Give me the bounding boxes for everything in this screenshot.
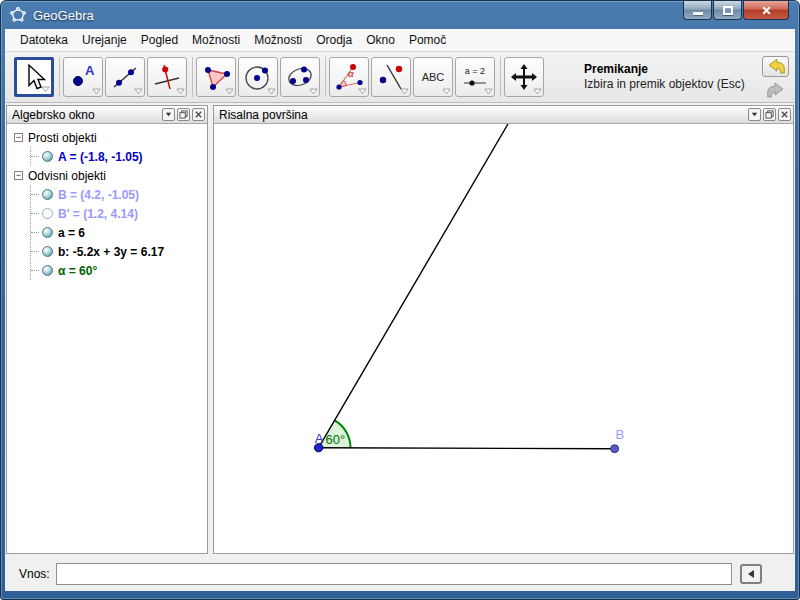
tool-dropdown-icon[interactable] xyxy=(267,88,276,95)
algebra-item[interactable]: A = (-1.8, -1.05) xyxy=(31,147,207,166)
close-icon xyxy=(194,110,203,119)
point-b-label: B xyxy=(616,427,625,442)
algebra-item-text: α = 60° xyxy=(58,264,97,278)
undo-button[interactable] xyxy=(762,56,789,77)
menu-item-orodja[interactable]: Orodja xyxy=(309,31,359,49)
algebra-panel: Algebrsko okno −Prosti o xyxy=(6,105,208,554)
tree-group-row[interactable]: −Odvisni objekti xyxy=(10,166,207,185)
toolbar-separator xyxy=(59,57,60,97)
tool-dropdown-icon[interactable] xyxy=(442,88,451,95)
graphics-panel-title: Risalna površina xyxy=(219,108,746,122)
point-b[interactable] xyxy=(611,445,619,453)
input-help-toggle-button[interactable] xyxy=(740,564,762,584)
algebra-panel-menu-button[interactable] xyxy=(162,108,175,121)
tool-dropdown-icon[interactable] xyxy=(41,86,50,93)
algebra-item-text: B = (4.2, -1.05) xyxy=(58,188,139,202)
maximize-button[interactable] xyxy=(713,1,742,20)
object-visible-marble-icon[interactable] xyxy=(42,151,53,162)
algebra-panel-header[interactable]: Algebrsko okno xyxy=(7,106,207,124)
tool-dropdown-icon[interactable] xyxy=(134,88,143,95)
tool-dropdown-icon[interactable] xyxy=(176,88,185,95)
object-visible-marble-icon[interactable] xyxy=(42,265,53,276)
graphics-panel-menu-button[interactable] xyxy=(748,108,761,121)
collapse-minus-icon[interactable]: − xyxy=(14,171,23,180)
tree-connector xyxy=(31,251,39,252)
menu-item-monosti[interactable]: Možnosti xyxy=(185,31,247,49)
title-bar[interactable]: GeoGebra xyxy=(1,1,799,29)
tool-button-slider[interactable]: a = 2 xyxy=(455,57,495,97)
algebra-item[interactable]: b: -5.2x + 3y = 6.17 xyxy=(31,242,207,261)
active-tool-name: Premikanje xyxy=(584,62,745,77)
tool-button-angle[interactable]: α xyxy=(329,57,369,97)
tool-button-reflect-object[interactable] xyxy=(371,57,411,97)
menu-item-pomo[interactable]: Pomoč xyxy=(402,31,453,49)
algebra-item[interactable]: B = (4.2, -1.05) xyxy=(31,185,207,204)
algebra-panel-detach-button[interactable] xyxy=(177,108,190,121)
tool-dropdown-icon[interactable] xyxy=(400,88,409,95)
algebra-tree: −Prosti objektiA = (-1.8, -1.05)−Odvisni… xyxy=(7,124,207,280)
tool-button-line-through-two-points[interactable] xyxy=(105,57,145,97)
tool-bar: AαABCa = 2 Premikanje Izbira in premik o… xyxy=(5,52,795,103)
algebra-item[interactable]: B' = (1.2, 4.14) xyxy=(31,204,207,223)
tool-button-move-graphics-view[interactable] xyxy=(504,57,544,97)
tool-dropdown-icon[interactable] xyxy=(358,88,367,95)
geogebra-window: GeoGebra DatotekaUrejanjePogledMožnostiM… xyxy=(0,0,800,600)
object-visible-marble-icon[interactable] xyxy=(42,246,53,257)
tool-dropdown-icon[interactable] xyxy=(92,88,101,95)
close-icon xyxy=(761,5,772,16)
restore-window-icon xyxy=(179,110,188,119)
tree-group-row[interactable]: −Prosti objekti xyxy=(10,128,207,147)
object-visible-marble-icon[interactable] xyxy=(42,227,53,238)
menu-item-pogled[interactable]: Pogled xyxy=(134,31,185,49)
tree-connector xyxy=(31,270,39,271)
input-bar: Vnos: xyxy=(5,556,795,591)
menu-bar: DatotekaUrejanjePogledMožnostiMožnostiOr… xyxy=(5,29,795,52)
redo-icon xyxy=(765,82,787,99)
tool-dropdown-icon[interactable] xyxy=(225,88,234,95)
algebra-item[interactable]: a = 6 xyxy=(31,223,207,242)
menu-item-monosti[interactable]: Možnosti xyxy=(247,31,309,49)
svg-text:A: A xyxy=(85,63,95,78)
algebra-item-text: B' = (1.2, 4.14) xyxy=(58,207,138,221)
algebra-item[interactable]: α = 60° xyxy=(31,261,207,280)
tool-dropdown-icon[interactable] xyxy=(309,88,318,95)
tool-button-new-point[interactable]: A xyxy=(63,57,103,97)
window-title: GeoGebra xyxy=(33,8,94,23)
ray-b[interactable] xyxy=(319,124,508,448)
tree-connector xyxy=(31,213,39,214)
tool-button-move-cursor[interactable] xyxy=(14,57,54,97)
tool-button-conic-through-points[interactable] xyxy=(280,57,320,97)
chevron-down-icon xyxy=(750,110,759,119)
redo-button[interactable] xyxy=(762,80,789,101)
tool-dropdown-icon[interactable] xyxy=(533,88,542,95)
input-label: Vnos: xyxy=(19,567,50,581)
command-input[interactable] xyxy=(56,563,732,585)
segment-a[interactable] xyxy=(319,448,615,449)
object-hidden-marble-icon[interactable] xyxy=(42,208,53,219)
close-button[interactable] xyxy=(743,1,789,20)
graphics-panel-header[interactable]: Risalna površina xyxy=(214,106,793,124)
main-content: Algebrsko okno −Prosti o xyxy=(5,103,795,556)
algebra-panel-title: Algebrsko okno xyxy=(12,108,160,122)
tool-button-perpendicular-line[interactable] xyxy=(147,57,187,97)
tool-button-circle-center-point[interactable] xyxy=(238,57,278,97)
algebra-item-text: a = 6 xyxy=(58,226,85,240)
tool-button-polygon[interactable] xyxy=(196,57,236,97)
menu-item-okno[interactable]: Okno xyxy=(359,31,402,49)
algebra-item-text: b: -5.2x + 3y = 6.17 xyxy=(58,245,164,259)
minimize-icon xyxy=(693,12,703,15)
tool-button-insert-text[interactable]: ABC xyxy=(413,57,453,97)
menu-item-datoteka[interactable]: Datoteka xyxy=(13,31,75,49)
active-tool-description: Izbira in premik objektov (Esc) xyxy=(584,77,745,92)
graphics-panel-detach-button[interactable] xyxy=(763,108,776,121)
object-visible-marble-icon[interactable] xyxy=(42,189,53,200)
graphics-panel-close-button[interactable] xyxy=(778,108,791,121)
tool-dropdown-icon[interactable] xyxy=(484,88,493,95)
collapse-minus-icon[interactable]: − xyxy=(14,133,23,142)
minimize-button[interactable] xyxy=(683,1,712,20)
menu-item-urejanje[interactable]: Urejanje xyxy=(75,31,134,49)
algebra-panel-close-button[interactable] xyxy=(192,108,205,121)
toolbar-separator xyxy=(500,57,501,97)
drawing-canvas[interactable]: A 60° B xyxy=(214,124,793,553)
left-triangle-icon xyxy=(748,570,754,578)
